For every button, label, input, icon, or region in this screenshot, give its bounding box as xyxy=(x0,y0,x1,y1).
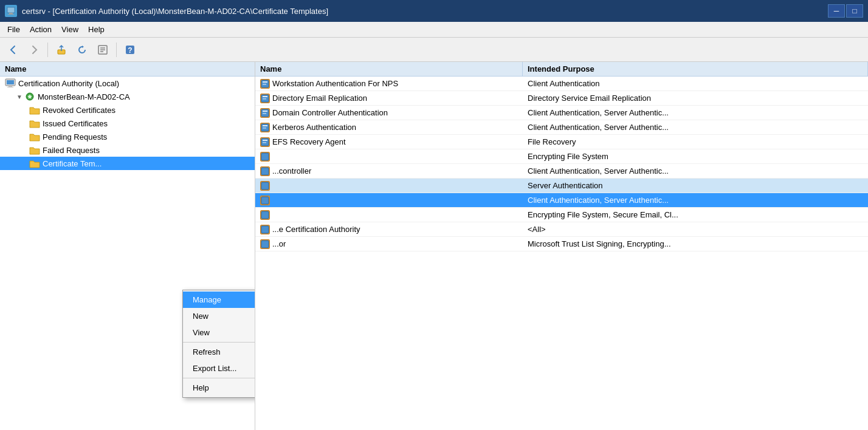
folder-issued-icon xyxy=(29,118,40,128)
svg-rect-2 xyxy=(8,14,14,15)
minimize-button[interactable]: ─ xyxy=(828,4,845,18)
window-controls[interactable]: ─ □ xyxy=(828,4,863,18)
back-button[interactable] xyxy=(4,41,23,59)
cell-name-8 xyxy=(255,194,523,206)
cell-name-6: ...controller xyxy=(255,165,523,177)
svg-rect-1 xyxy=(9,13,13,14)
table-row[interactable]: EFS Recovery Agent File Recovery xyxy=(255,135,868,149)
tree-pending-label: Pending Requests xyxy=(43,132,107,142)
title-text: certsrv - [Certification Authority (Loca… xyxy=(22,7,823,16)
ctx-manage[interactable]: Manage xyxy=(183,292,255,308)
tree-issued[interactable]: Issued Certificates xyxy=(0,117,255,130)
table-row[interactable]: ...controller Client Authentication, Ser… xyxy=(255,164,868,179)
svg-rect-35 xyxy=(261,211,269,219)
tree-cert-templates[interactable]: Certificate Tem... xyxy=(0,157,255,170)
svg-rect-13 xyxy=(7,87,13,87)
cert-icon-11 xyxy=(260,239,270,249)
table-row[interactable]: Directory Email Replication Directory Se… xyxy=(255,91,868,106)
table-row[interactable]: ...or Microsoft Trust List Signing, Encr… xyxy=(255,237,868,251)
cert-icon-10 xyxy=(260,225,270,234)
expand-icon[interactable]: ▼ xyxy=(15,92,24,101)
table-row[interactable]: ...e Certification Authority <All> xyxy=(255,222,868,237)
app-icon xyxy=(5,5,17,17)
tree-root[interactable]: Certification Authority (Local) xyxy=(0,77,255,90)
tree-header: Name xyxy=(0,62,255,77)
svg-rect-34 xyxy=(261,197,269,204)
cert-icon-7 xyxy=(260,181,270,191)
tree-failed[interactable]: Failed Requests xyxy=(0,143,255,157)
ctx-refresh[interactable]: Refresh xyxy=(183,344,255,360)
cell-name-4: EFS Recovery Agent xyxy=(255,136,523,148)
tree-ca-node[interactable]: ▼ MonsterBean-M-AD02-CA xyxy=(0,90,255,103)
svg-rect-33 xyxy=(261,182,269,189)
right-panel: Name Intended Purpose Workstation Authen… xyxy=(255,62,868,430)
cell-name-0: Workstation Authentication For NPS xyxy=(255,78,523,90)
svg-rect-21 xyxy=(263,98,266,100)
ctx-help[interactable]: Help xyxy=(183,380,255,396)
svg-rect-12 xyxy=(9,86,12,87)
table-row[interactable]: Domain Controller Authentication Client … xyxy=(255,106,868,120)
svg-rect-11 xyxy=(7,80,14,84)
cert-icon-2 xyxy=(260,108,270,118)
cell-name-2: Domain Controller Authentication xyxy=(255,107,523,119)
svg-rect-26 xyxy=(263,125,267,126)
maximize-button[interactable]: □ xyxy=(846,4,863,18)
ctx-view[interactable]: View ▶ xyxy=(183,324,255,341)
table-row[interactable]: Encrypting File System xyxy=(255,149,868,164)
ctx-help-label: Help xyxy=(193,383,209,392)
col-header-purpose[interactable]: Intended Purpose xyxy=(523,62,868,76)
ctx-manage-label: Manage xyxy=(193,295,221,304)
table-row[interactable]: Kerberos Authentication Client Authentic… xyxy=(255,120,868,135)
folder-failed-icon xyxy=(29,145,40,155)
ca-icon xyxy=(24,92,35,101)
svg-rect-37 xyxy=(261,241,269,248)
folder-certtemplates-icon xyxy=(29,159,40,168)
svg-rect-17 xyxy=(263,81,267,83)
cell-purpose-4: File Recovery xyxy=(523,136,868,148)
ctx-export[interactable]: Export List... xyxy=(183,360,255,377)
menu-view[interactable]: View xyxy=(57,23,83,36)
cell-purpose-2: Client Authentication, Server Authentic.… xyxy=(523,107,868,118)
cell-name-3: Kerberos Authentication xyxy=(255,121,523,134)
cert-icon-4 xyxy=(260,137,270,147)
folder-revoked-icon xyxy=(29,105,40,115)
svg-rect-0 xyxy=(7,7,15,13)
menu-action[interactable]: Action xyxy=(25,23,57,36)
svg-rect-36 xyxy=(261,226,269,233)
ctx-export-label: Export List... xyxy=(193,364,236,373)
col-header-name[interactable]: Name xyxy=(255,62,523,76)
ctx-new[interactable]: New ▶ xyxy=(183,308,255,324)
table-row[interactable]: Workstation Authentication For NPS Clien… xyxy=(255,77,868,91)
cell-name-11: ...or xyxy=(255,238,523,250)
svg-rect-30 xyxy=(263,142,266,143)
svg-rect-31 xyxy=(261,153,269,160)
help-button[interactable]: ? xyxy=(120,41,140,59)
menu-help[interactable]: Help xyxy=(83,23,109,36)
table-row[interactable]: Server Authentication xyxy=(255,179,868,193)
svg-rect-18 xyxy=(263,84,266,85)
cert-icon-0 xyxy=(260,79,270,89)
up-button[interactable] xyxy=(52,41,71,59)
tree-header-label: Name xyxy=(5,64,26,73)
title-bar: certsrv - [Certification Authority (Loca… xyxy=(0,0,868,22)
ctx-separator-1 xyxy=(183,342,255,343)
tree-root-label: Certification Authority (Local) xyxy=(18,79,119,88)
tree-pending[interactable]: Pending Requests xyxy=(0,130,255,143)
tree-revoked-label: Revoked Certificates xyxy=(43,106,115,115)
tree-failed-label: Failed Requests xyxy=(43,146,100,155)
svg-text:?: ? xyxy=(128,46,132,55)
toolbar-separator-2 xyxy=(116,43,117,57)
tree-revoked[interactable]: Revoked Certificates xyxy=(0,103,255,117)
ctx-separator-2 xyxy=(183,378,255,378)
export-button[interactable] xyxy=(93,41,112,59)
forward-button[interactable] xyxy=(24,41,44,59)
tree-ca-label: MonsterBean-M-AD02-CA xyxy=(38,92,130,101)
ctx-refresh-label: Refresh xyxy=(193,347,221,357)
column-headers: Name Intended Purpose xyxy=(255,62,868,77)
refresh-button[interactable] xyxy=(72,41,92,59)
cell-name-5 xyxy=(255,151,523,163)
menu-file[interactable]: File xyxy=(2,23,25,36)
table-row[interactable]: Encrypting File System, Secure Email, Cl… xyxy=(255,208,868,222)
svg-rect-32 xyxy=(261,168,269,175)
table-row[interactable]: Client Authentication, Server Authentic.… xyxy=(255,193,868,208)
